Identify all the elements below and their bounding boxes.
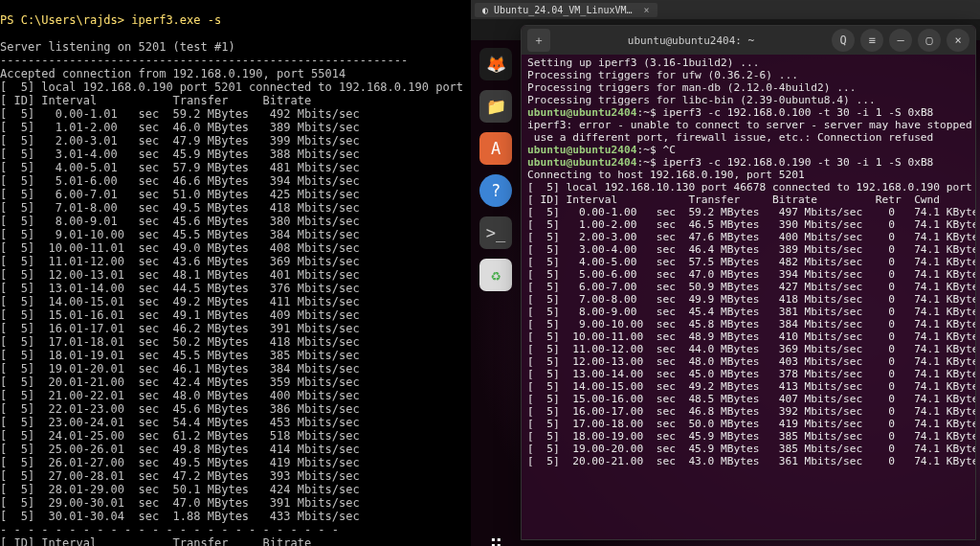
- local-line: [ 5] local 192.168.10.130 port 46678 con…: [527, 181, 975, 193]
- ps-output: Accepted connection from 192.168.0.190, …: [0, 67, 463, 546]
- terminal-icon[interactable]: >_: [479, 216, 512, 249]
- gnome-terminal-window: ＋ ubuntu@ubuntu2404: ~ Q ≡ – ▢ × Setting…: [521, 25, 976, 540]
- tab-close-icon[interactable]: ×: [644, 5, 650, 15]
- conn-line: Connecting to host 192.168.0.190, port 5…: [527, 169, 805, 181]
- server-listen-line: Server listening on 5201 (test #1): [0, 40, 235, 54]
- vm-tab-bar: ◐ Ubuntu_24.04_VM_LinuxVM… ×: [471, 0, 980, 19]
- new-tab-button[interactable]: ＋: [527, 29, 550, 52]
- iperf-error: iperf3: error - unable to connect to ser…: [527, 119, 975, 144]
- vm-tab[interactable]: ◐ Ubuntu_24.04_VM_LinuxVM… ×: [475, 3, 657, 17]
- cmd-3: :~$ iperf3 -c 192.168.0.190 -t 30 -i 1 -…: [637, 156, 934, 169]
- ubuntu-desktop: ◐ Ubuntu_24.04_VM_LinuxVM… × Feb 20 10:2…: [471, 0, 980, 546]
- prompt-3: ubuntu@ubuntu2404: [527, 156, 637, 169]
- gnome-dock: 🦊 📁 A ? >_ ♻ ⠿: [477, 44, 515, 546]
- iperf-rows: [ 5] 0.00-1.00 sec 59.2 MBytes 497 Mbits…: [527, 206, 975, 467]
- search-button[interactable]: Q: [832, 29, 855, 52]
- terminal-title: ubuntu@ubuntu2404: ~: [556, 34, 826, 47]
- maximize-button[interactable]: ▢: [918, 29, 941, 52]
- menu-button[interactable]: ≡: [860, 29, 883, 52]
- files-icon[interactable]: 📁: [479, 90, 512, 123]
- trash-icon[interactable]: ♻: [479, 259, 512, 291]
- col-header: [ ID] Interval Transfer Bitrate Retr Cwn…: [527, 193, 940, 206]
- ubuntu-logo-icon: ◐: [482, 5, 488, 15]
- apt-output: Setting up iperf3 (3.16-1build2) ... Pro…: [527, 57, 876, 106]
- software-store-icon[interactable]: A: [479, 132, 512, 165]
- powershell-terminal[interactable]: PS C:\Users\rajds> iperf3.exe -s Server …: [0, 0, 471, 546]
- firefox-icon[interactable]: 🦊: [479, 48, 512, 80]
- ps-prompt: PS C:\Users\rajds> iperf3.exe -s: [0, 13, 221, 27]
- close-button[interactable]: ×: [947, 29, 969, 52]
- help-icon[interactable]: ?: [479, 174, 512, 207]
- vm-tab-label: Ubuntu_24.04_VM_LinuxVM…: [494, 5, 633, 15]
- minimize-button[interactable]: –: [889, 29, 912, 52]
- show-apps-icon[interactable]: ⠿: [479, 531, 512, 546]
- terminal-body[interactable]: Setting up iperf3 (3.16-1build2) ... Pro…: [522, 55, 975, 539]
- cmd-1: :~$ iperf3 -c 192.168.0.100 -t 30 -i 1 -…: [637, 106, 934, 119]
- prompt-1: ubuntu@ubuntu2404: [527, 106, 637, 119]
- prompt-2: ubuntu@ubuntu2404: [527, 144, 637, 156]
- cmd-2: :~$ ^C: [637, 144, 676, 156]
- terminal-header[interactable]: ＋ ubuntu@ubuntu2404: ~ Q ≡ – ▢ ×: [522, 26, 975, 55]
